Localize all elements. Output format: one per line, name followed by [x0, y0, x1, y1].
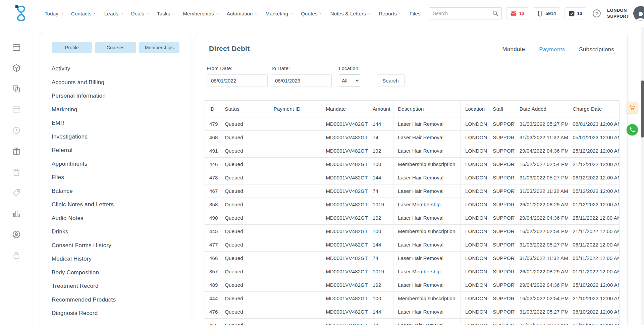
- search-icon[interactable]: [492, 10, 499, 17]
- user-menu[interactable]: LONDON SUPPORT: [607, 6, 644, 21]
- table-row[interactable]: 445 Queued MD0001VV482GTE 100 Membership…: [205, 225, 620, 238]
- cell-staff: SUPPORT: [488, 171, 515, 184]
- cell-charge-date: 01/12/2022 12:00 AM: [568, 198, 620, 211]
- table-row[interactable]: 477 Queued MD0001VV482GTE 144 Laser Hair…: [205, 238, 620, 252]
- profile-menu-item[interactable]: Accounts and Billing: [52, 76, 179, 90]
- direct-debit-tab[interactable]: Subscriptions: [579, 46, 614, 55]
- table-row[interactable]: 465 Queued MD0001VV482GTE 74 Laser Hair …: [205, 319, 620, 325]
- profile-menu-item[interactable]: Drinks: [52, 225, 179, 239]
- bag-icon[interactable]: [12, 167, 21, 177]
- profile-menu-item[interactable]: Body Composition: [52, 266, 179, 280]
- table-row[interactable]: 358 Queued MD0001VV482GTE 1019 Laser Mem…: [205, 198, 620, 211]
- profile-tab[interactable]: Memberships: [139, 42, 179, 53]
- profile-menu-item[interactable]: Direct Debit: [52, 320, 179, 325]
- profile-tab[interactable]: Profile: [52, 42, 92, 53]
- profile-menu-item[interactable]: EMR: [52, 116, 179, 130]
- nav-menu-item[interactable]: Quotes: [301, 11, 322, 16]
- support-icon[interactable]: [12, 230, 21, 239]
- nav-menu-item[interactable]: Leads: [104, 11, 123, 16]
- package-icon[interactable]: [12, 63, 21, 73]
- profile-menu-item[interactable]: Audio Notes: [52, 212, 179, 225]
- profile-menu-item[interactable]: Consent Forms History: [52, 239, 179, 253]
- table-row[interactable]: 489 Queued MD0001VV482GTE 192 Laser Hair…: [205, 278, 620, 292]
- call-button[interactable]: [627, 124, 638, 136]
- archive-icon[interactable]: [12, 105, 21, 114]
- nav-menu-item[interactable]: Reports: [379, 11, 401, 16]
- table-row[interactable]: 479 Queued MD0001VV482GTE 144 Laser Hair…: [205, 117, 620, 131]
- table-row[interactable]: 444 Queued MD0001VV482GTE 100 Membership…: [205, 292, 620, 305]
- direct-debit-tab[interactable]: Payments: [539, 46, 565, 55]
- cell-description: Laser Hair Removal: [393, 211, 461, 225]
- inbox-button[interactable]: 13: [506, 7, 529, 19]
- table-row[interactable]: 476 Queued MD0001VV482GTE 144 Laser Hair…: [205, 305, 620, 319]
- nav-menu-item[interactable]: Notes & Letters: [330, 11, 371, 16]
- nav-menu-item[interactable]: Marketing: [266, 11, 293, 16]
- inbox-count: 13: [519, 11, 525, 16]
- table-row[interactable]: 446 Queued MD0001VV482GTE 100 Membership…: [205, 158, 620, 171]
- table-row[interactable]: 466 Queued MD0001VV482GTE 74 Laser Hair …: [205, 252, 620, 265]
- table-row[interactable]: 490 Queued MD0001VV482GTE 192 Laser Hair…: [205, 211, 620, 225]
- to-date-input[interactable]: [271, 74, 332, 87]
- cell-staff: SUPPORT: [488, 305, 515, 319]
- lock-icon[interactable]: [12, 251, 21, 260]
- cell-description: Laser Hair Removal: [393, 278, 461, 292]
- cell-description: Laser Hair Removal: [393, 184, 461, 198]
- profile-menu-item[interactable]: Activity: [52, 62, 179, 76]
- profile-menu-item[interactable]: Files: [52, 171, 179, 184]
- nav-menu-item[interactable]: Deals: [131, 11, 149, 16]
- search-button[interactable]: Search: [377, 74, 405, 87]
- cell-date-added: 16/02/2022 02:54 PM: [515, 158, 568, 171]
- page-scrollbar-thumb[interactable]: [641, 80, 644, 138]
- profile-menu-item[interactable]: Referral: [52, 144, 179, 157]
- location-select[interactable]: All: [339, 74, 360, 87]
- profile-menu-item[interactable]: Balance: [52, 184, 179, 198]
- nav-menu-item[interactable]: Files: [410, 11, 421, 16]
- profile-tab[interactable]: Courses: [95, 42, 136, 53]
- phone-calls-button[interactable]: 5914: [533, 7, 560, 19]
- profile-menu-item[interactable]: Diagnosis Record: [52, 307, 179, 320]
- app-logo[interactable]: [12, 4, 30, 23]
- nav-menu-item[interactable]: Today: [45, 11, 63, 16]
- profile-menu-item[interactable]: Treatment Record: [52, 279, 179, 293]
- cell-payment-id: [269, 238, 321, 252]
- table-row[interactable]: 468 Queued MD0001VV482GTE 74 Laser Hair …: [205, 131, 620, 144]
- nav-menu-item[interactable]: Automation: [227, 11, 258, 16]
- cell-status: Queued: [220, 198, 269, 211]
- column-header: ID: [205, 101, 220, 117]
- nav-menu-item[interactable]: Memberships: [183, 11, 218, 16]
- profile-menu-item[interactable]: Recommended Products: [52, 293, 179, 307]
- profile-menu-item[interactable]: Investigations: [52, 130, 179, 144]
- table-row[interactable]: 467 Queued MD0001VV482GTE 74 Laser Hair …: [205, 184, 620, 198]
- search-input[interactable]: [433, 11, 492, 16]
- nav-menu-item[interactable]: Tasks: [157, 11, 175, 16]
- cell-amount: 100: [368, 225, 393, 238]
- chart-icon[interactable]: [12, 209, 21, 218]
- help-button[interactable]: ?: [592, 8, 602, 18]
- direct-debit-tab[interactable]: Mandate: [502, 46, 525, 55]
- cell-location: LONDON: [461, 184, 488, 198]
- table-row[interactable]: 491 Queued MD0001VV482GTE 192 Laser Hair…: [205, 144, 620, 158]
- global-search: [429, 7, 502, 19]
- cell-payment-id: [269, 158, 321, 171]
- calendar-icon[interactable]: [12, 43, 21, 52]
- cart-button[interactable]: [627, 102, 638, 113]
- tag-icon[interactable]: [12, 188, 21, 198]
- cell-mandate: MD0001VV482GTE: [321, 265, 368, 278]
- profile-menu-item[interactable]: Clinic Notes and Letters: [52, 198, 179, 212]
- profile-menu-item[interactable]: Marketing: [52, 103, 179, 117]
- history-icon[interactable]: [12, 126, 21, 135]
- table-row[interactable]: 357 Queued MD0001VV482GTE 1019 Laser Mem…: [205, 265, 620, 278]
- cell-mandate: MD0001VV482GTE: [321, 278, 368, 292]
- profile-menu-item[interactable]: Medical History: [52, 252, 179, 266]
- gift-icon[interactable]: [12, 147, 21, 156]
- cell-location: LONDON: [461, 252, 488, 265]
- profile-menu-item[interactable]: Personal Information: [52, 89, 179, 103]
- avatar[interactable]: [633, 6, 644, 21]
- cell-staff: SUPPORT: [488, 278, 515, 292]
- profile-menu-item[interactable]: Appointments: [52, 157, 179, 171]
- tasks-done-button[interactable]: 13: [565, 7, 587, 19]
- table-row[interactable]: 478 Queued MD0001VV482GTE 144 Laser Hair…: [205, 171, 620, 184]
- from-date-input[interactable]: [207, 74, 268, 87]
- nav-menu-item[interactable]: Contacts: [71, 11, 96, 16]
- copy-icon[interactable]: [12, 84, 21, 94]
